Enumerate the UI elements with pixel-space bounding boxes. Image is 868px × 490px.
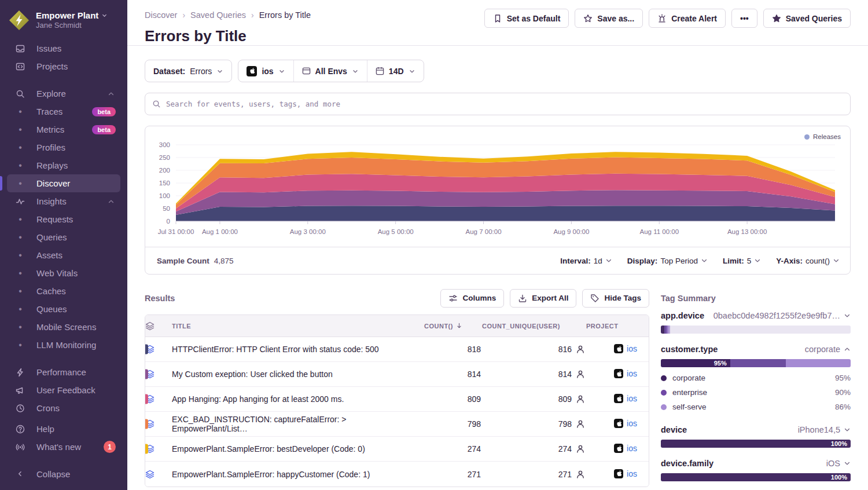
project-filter[interactable]: ios: [238, 60, 293, 82]
saved-queries-button[interactable]: Saved Queries: [763, 9, 851, 28]
overflow-menu-button[interactable]: •••: [731, 9, 757, 28]
chevron-down-icon: [216, 68, 223, 75]
releases-label: Releases: [813, 133, 841, 140]
notification-badge: 1: [104, 441, 116, 453]
sidebar-item-insights[interactable]: Insights: [7, 192, 120, 210]
table-row[interactable]: EXC_BAD_INSTRUCTION: captureFatalError: …: [145, 412, 649, 437]
sidebar-item-issues[interactable]: Issues: [7, 39, 120, 57]
tag-value-toggle[interactable]: 0baebc0de4982f1255f2e9e9fb7…: [713, 311, 851, 320]
sidebar-item-requests[interactable]: •Requests: [7, 210, 120, 228]
error-title-cell[interactable]: App Hanging: App hanging for at least 20…: [172, 387, 424, 412]
project-name: ios: [627, 419, 637, 428]
date-range-filter[interactable]: 14D: [367, 60, 424, 82]
sidebar-item-queries[interactable]: •Queries: [7, 228, 120, 246]
sidebar-item-profiles[interactable]: •Profiles: [7, 138, 120, 156]
tag-value-toggle[interactable]: iPhone14,5: [798, 425, 851, 434]
column-header-stack[interactable]: [145, 315, 172, 337]
y-axis-control[interactable]: Y-Axis:count(): [776, 257, 840, 265]
project-name: ios: [627, 369, 637, 378]
create-alert-button[interactable]: Create Alert: [649, 9, 726, 28]
error-title-cell[interactable]: EmpowerPlant.SampleError: bestDeveloper …: [172, 437, 424, 462]
sidebar-item-caches[interactable]: •Caches: [7, 282, 120, 300]
sidebar-item-crons[interactable]: Crons: [7, 399, 120, 417]
columns-button[interactable]: Columns: [440, 289, 504, 308]
breadcrumb-item[interactable]: Saved Queries: [190, 10, 246, 20]
breadcrumb-item: Errors by Title: [259, 10, 311, 20]
sidebar-item-label: Discover: [36, 178, 70, 188]
sidebar-item-queues[interactable]: •Queues: [7, 300, 120, 318]
table-row[interactable]: HTTPClientError: HTTP Client Error with …: [145, 337, 649, 362]
sidebar-item-projects[interactable]: Projects: [7, 57, 120, 75]
display-control[interactable]: Display:Top Period: [627, 257, 708, 265]
error-title-cell[interactable]: EXC_BAD_INSTRUCTION: captureFatalError: …: [172, 412, 424, 437]
error-title-cell[interactable]: HTTPClientError: HTTP Client Error with …: [172, 337, 424, 362]
page-header: Discover›Saved Queries›Errors by Title S…: [127, 0, 868, 46]
sidebar-item-mobile-screens[interactable]: •Mobile Screens: [7, 318, 120, 336]
org-header[interactable]: Empower Plant Jane Schmidt: [7, 7, 120, 39]
sidebar-item-what-s-new[interactable]: What's new1: [7, 438, 120, 456]
sidebar-item-web-vitals[interactable]: •Web Vitals: [7, 264, 120, 282]
project-link[interactable]: ios: [614, 369, 637, 378]
sidebar-item-llm-monitoring[interactable]: •LLM Monitoring: [7, 336, 120, 354]
set-as-default-button[interactable]: Set as Default: [484, 9, 569, 28]
sidebar-item-performance[interactable]: Performance: [7, 363, 120, 381]
sidebar-item-assets[interactable]: •Assets: [7, 246, 120, 264]
project-link[interactable]: ios: [614, 344, 637, 353]
svg-text:300: 300: [159, 141, 170, 148]
project-link[interactable]: ios: [614, 419, 637, 428]
table-row[interactable]: EmpowerPlant.SampleError: happyCustomer …: [145, 462, 649, 487]
row-icon-cell: [145, 412, 172, 437]
person-icon: [576, 370, 585, 379]
control-label: Y-Axis:: [776, 257, 803, 265]
environment-filter[interactable]: All Envs: [293, 60, 367, 82]
count-unique-cell: 814: [482, 362, 586, 387]
project-cell: ios: [586, 337, 649, 362]
tag-legend-item[interactable]: corporate95%: [661, 371, 851, 385]
tag-legend-item[interactable]: self-serve86%: [661, 400, 851, 414]
tag-value-toggle[interactable]: iOS: [826, 459, 851, 468]
column-header-count[interactable]: COUNT(): [424, 315, 482, 337]
sidebar-item-replays[interactable]: •Replays: [7, 156, 120, 174]
sidebar-item-metrics[interactable]: •Metricsbeta: [7, 120, 120, 138]
svg-text:Aug 1 00:00: Aug 1 00:00: [202, 228, 238, 235]
interval-control[interactable]: Interval:1d: [560, 257, 612, 265]
column-header-project[interactable]: PROJECT: [586, 315, 649, 337]
project-link[interactable]: ios: [614, 394, 637, 403]
sidebar-item-traces[interactable]: •Tracesbeta: [7, 103, 120, 120]
tag-legend-item[interactable]: enterprise90%: [661, 385, 851, 400]
hide-tags-button[interactable]: Hide Tags: [582, 289, 649, 308]
sidebar-item-user-feedback[interactable]: User Feedback: [7, 381, 120, 399]
tag-value-toggle[interactable]: corporate: [805, 345, 851, 354]
sidebar-collapse-button[interactable]: Collapse: [7, 463, 120, 484]
sidebar-item-label: Queues: [36, 304, 67, 314]
chart-footer: Sample Count 4,875 Interval:1dDisplay:To…: [145, 247, 850, 274]
table-row[interactable]: EmpowerPlant.SampleError: bestDeveloper …: [145, 437, 649, 462]
bullet-icon: •: [15, 250, 25, 261]
error-title-cell[interactable]: EmpowerPlant.SampleError: happyCustomer …: [172, 462, 424, 487]
count-cell: 274: [424, 437, 482, 462]
column-header-count-unique-user[interactable]: COUNT_UNIQUE(USER): [482, 315, 586, 337]
project-link[interactable]: ios: [614, 469, 637, 478]
dataset-filter[interactable]: Dataset: Errors: [145, 60, 232, 82]
sidebar-item-discover[interactable]: •Discover: [7, 174, 120, 192]
sidebar-item-label: Crons: [36, 403, 60, 413]
limit-control[interactable]: Limit:5: [723, 257, 761, 265]
breadcrumb-item[interactable]: Discover: [145, 10, 177, 20]
column-header-title[interactable]: TITLE: [172, 315, 424, 337]
export-all-button[interactable]: Export All: [510, 289, 576, 308]
table-row[interactable]: My Custom exeption: User clicked the but…: [145, 362, 649, 387]
column-label: COUNT(): [424, 323, 453, 330]
table-row[interactable]: App Hanging: App hanging for at least 20…: [145, 387, 649, 412]
save-as--button[interactable]: Save as...: [575, 9, 643, 28]
layers-icon: [145, 394, 172, 404]
error-title-cell[interactable]: My Custom exeption: User clicked the but…: [172, 362, 424, 387]
project-link[interactable]: ios: [614, 444, 637, 453]
layers-icon: [145, 444, 172, 454]
sidebar-item-help[interactable]: Help: [7, 420, 120, 438]
search-input[interactable]: [166, 100, 843, 108]
page-title: Errors by Title: [145, 27, 851, 45]
svg-text:Aug 5 00:00: Aug 5 00:00: [378, 228, 414, 235]
sidebar-item-explore[interactable]: Explore: [7, 85, 120, 103]
sidebar-item-label: Replays: [36, 160, 68, 170]
releases-legend[interactable]: Releases: [804, 133, 841, 140]
